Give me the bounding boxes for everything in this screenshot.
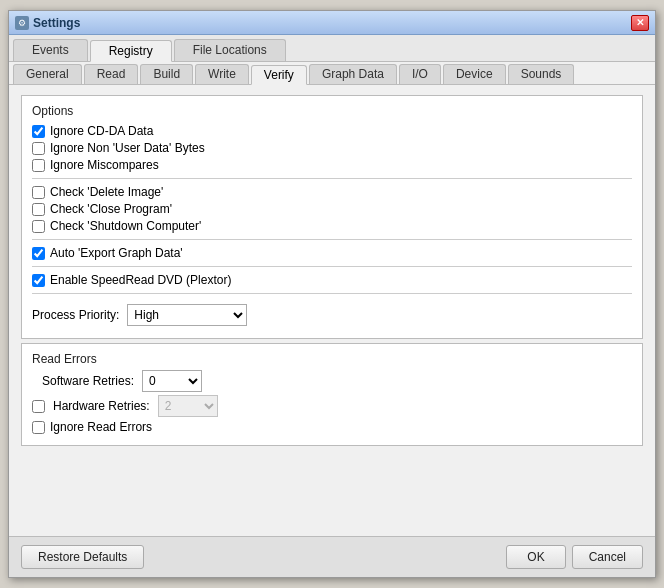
checkbox-label-auto-export: Auto 'Export Graph Data' — [50, 246, 183, 260]
checkbox-label-speedread: Enable SpeedRead DVD (Plextor) — [50, 273, 231, 287]
tab-read[interactable]: Read — [84, 64, 139, 84]
tab-registry[interactable]: Registry — [90, 40, 172, 62]
software-retries-dropdown[interactable]: 0 1 2 3 4 5 — [142, 370, 202, 392]
software-retries-row: Software Retries: 0 1 2 3 4 5 — [32, 370, 632, 392]
tab-graph-data[interactable]: Graph Data — [309, 64, 397, 84]
bottom-tab-bar: General Read Build Write Verify Graph Da… — [9, 62, 655, 85]
ok-button[interactable]: OK — [506, 545, 565, 569]
hardware-retries-dropdown[interactable]: 0 1 2 — [158, 395, 218, 417]
close-button[interactable]: ✕ — [631, 15, 649, 31]
tab-device[interactable]: Device — [443, 64, 506, 84]
title-bar-left: ⚙ Settings — [15, 16, 80, 30]
content-area: Options Ignore CD-DA Data Ignore Non 'Us… — [9, 85, 655, 536]
checkbox-label-close-program: Check 'Close Program' — [50, 202, 172, 216]
read-errors-section: Read Errors Software Retries: 0 1 2 3 4 … — [21, 343, 643, 446]
settings-window: ⚙ Settings ✕ Events Registry File Locati… — [8, 10, 656, 578]
divider-1 — [32, 178, 632, 179]
checkbox-ignore-cdda[interactable] — [32, 125, 45, 138]
footer: Restore Defaults OK Cancel — [9, 536, 655, 577]
software-retries-label: Software Retries: — [42, 374, 134, 388]
tab-verify[interactable]: Verify — [251, 65, 307, 85]
process-priority-label: Process Priority: — [32, 308, 119, 322]
checkbox-shutdown-computer[interactable] — [32, 220, 45, 233]
checkbox-label-ignore-read-errors: Ignore Read Errors — [50, 420, 152, 434]
options-box: Options Ignore CD-DA Data Ignore Non 'Us… — [21, 95, 643, 339]
title-bar: ⚙ Settings ✕ — [9, 11, 655, 35]
process-priority-row: Process Priority: Low Normal High Realti… — [32, 300, 632, 330]
checkbox-delete-image[interactable] — [32, 186, 45, 199]
checkbox-close-program[interactable] — [32, 203, 45, 216]
checkbox-row-ignore-non-user: Ignore Non 'User Data' Bytes — [32, 141, 632, 155]
checkbox-label-ignore-miscompares: Ignore Miscompares — [50, 158, 159, 172]
hardware-retries-row: Hardware Retries: 0 1 2 — [32, 395, 632, 417]
top-tab-bar: Events Registry File Locations — [9, 35, 655, 62]
checkbox-label-shutdown-computer: Check 'Shutdown Computer' — [50, 219, 201, 233]
cancel-button[interactable]: Cancel — [572, 545, 643, 569]
checkbox-hardware-retries[interactable] — [32, 400, 45, 413]
checkbox-speedread[interactable] — [32, 274, 45, 287]
read-errors-box: Read Errors Software Retries: 0 1 2 3 4 … — [21, 343, 643, 446]
checkbox-ignore-non-user[interactable] — [32, 142, 45, 155]
checkbox-row-ignore-cdda: Ignore CD-DA Data — [32, 124, 632, 138]
tab-sounds[interactable]: Sounds — [508, 64, 575, 84]
checkbox-row-ignore-read-errors: Ignore Read Errors — [32, 420, 632, 434]
checkbox-ignore-read-errors[interactable] — [32, 421, 45, 434]
checkbox-row-delete-image: Check 'Delete Image' — [32, 185, 632, 199]
checkbox-label-delete-image: Check 'Delete Image' — [50, 185, 163, 199]
checkbox-label-ignore-non-user: Ignore Non 'User Data' Bytes — [50, 141, 205, 155]
settings-icon: ⚙ — [15, 16, 29, 30]
checkbox-row-shutdown-computer: Check 'Shutdown Computer' — [32, 219, 632, 233]
tab-write[interactable]: Write — [195, 64, 249, 84]
divider-3 — [32, 266, 632, 267]
tab-file-locations[interactable]: File Locations — [174, 39, 286, 61]
process-priority-dropdown[interactable]: Low Normal High Realtime — [127, 304, 247, 326]
divider-2 — [32, 239, 632, 240]
checkbox-row-close-program: Check 'Close Program' — [32, 202, 632, 216]
checkbox-row-ignore-miscompares: Ignore Miscompares — [32, 158, 632, 172]
footer-right: OK Cancel — [506, 545, 643, 569]
checkbox-label-ignore-cdda: Ignore CD-DA Data — [50, 124, 153, 138]
checkbox-row-auto-export: Auto 'Export Graph Data' — [32, 246, 632, 260]
checkbox-row-speedread: Enable SpeedRead DVD (Plextor) — [32, 273, 632, 287]
window-title: Settings — [33, 16, 80, 30]
tab-general[interactable]: General — [13, 64, 82, 84]
restore-defaults-button[interactable]: Restore Defaults — [21, 545, 144, 569]
checkbox-auto-export[interactable] — [32, 247, 45, 260]
checkbox-ignore-miscompares[interactable] — [32, 159, 45, 172]
hardware-retries-label: Hardware Retries: — [53, 399, 150, 413]
divider-4 — [32, 293, 632, 294]
tab-events[interactable]: Events — [13, 39, 88, 61]
options-label: Options — [32, 104, 632, 118]
tab-build[interactable]: Build — [140, 64, 193, 84]
tab-io[interactable]: I/O — [399, 64, 441, 84]
read-errors-title: Read Errors — [32, 352, 632, 366]
